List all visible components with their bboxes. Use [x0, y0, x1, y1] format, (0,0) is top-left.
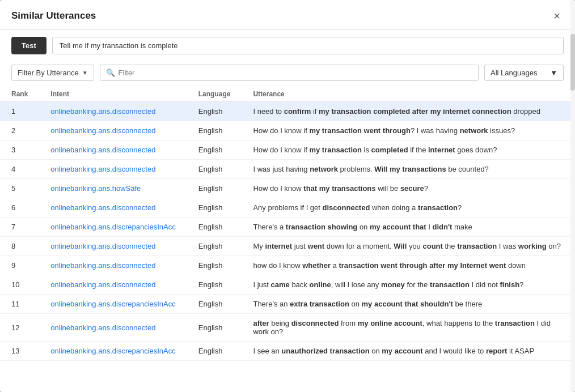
filter-by-utterance-label: Filter By Utterance: [18, 69, 79, 77]
intent-cell: onlinebanking.ans.disconnected: [39, 314, 187, 342]
all-languages-dropdown[interactable]: All Languages ▼: [484, 65, 564, 81]
filter-dropdown-arrow-icon: ▼: [82, 70, 88, 76]
utterance-cell: How do I know if my transaction went thr…: [242, 121, 575, 140]
intent-link[interactable]: onlinebanking.ans.disconnected: [50, 126, 155, 135]
rank-cell: 6: [0, 198, 39, 218]
intent-cell: onlinebanking.ans.disconnected: [39, 275, 187, 295]
filters-row: Filter By Utterance ▼ 🔍 All Languages ▼: [0, 61, 575, 87]
table-row: 10onlinebanking.ans.disconnectedEnglishI…: [0, 275, 575, 295]
search-icon: 🔍: [106, 69, 115, 77]
utterance-cell: How do I know if my transaction is compl…: [242, 140, 575, 160]
col-rank: Rank: [0, 87, 39, 102]
table-row: 8onlinebanking.ans.disconnectedEnglishMy…: [0, 237, 575, 256]
intent-link[interactable]: onlinebanking.ans.discrepanciesInAcc: [50, 347, 175, 355]
table-row: 12onlinebanking.ans.disconnectedEnglisha…: [0, 314, 575, 342]
utterances-table-wrap: Rank Intent Language Utterance 1onlineba…: [0, 87, 575, 361]
table-row: 3onlinebanking.ans.disconnectedEnglishHo…: [0, 140, 575, 160]
scrollbar-track: [570, 0, 575, 392]
language-cell: English: [187, 198, 242, 218]
intent-cell: onlinebanking.ans.disconnected: [39, 237, 187, 256]
intent-link[interactable]: onlinebanking.ans.disconnected: [50, 146, 155, 154]
utterance-cell: after being disconnected from my online …: [242, 314, 575, 342]
language-cell: English: [187, 102, 242, 121]
intent-link[interactable]: onlinebanking.ans.disconnected: [50, 323, 155, 332]
utterance-cell: I see an unauthorized transaction on my …: [242, 342, 575, 361]
intent-cell: onlinebanking.ans.disconnected: [39, 140, 187, 160]
utterance-cell: how do I know whether a transaction went…: [242, 256, 575, 275]
language-cell: English: [187, 256, 242, 275]
intent-cell: onlinebanking.ans.disconnected: [39, 160, 187, 179]
table-row: 7onlinebanking.ans.discrepanciesInAccEng…: [0, 218, 575, 237]
test-button[interactable]: Test: [11, 37, 46, 54]
intent-cell: onlinebanking.ans.disconnected: [39, 102, 187, 121]
rank-cell: 12: [0, 314, 39, 342]
table-row: 2onlinebanking.ans.disconnectedEnglishHo…: [0, 121, 575, 140]
col-intent: Intent: [39, 87, 187, 102]
rank-cell: 9: [0, 256, 39, 275]
intent-cell: onlinebanking.ans.disconnected: [39, 256, 187, 275]
scrollbar-thumb[interactable]: [570, 34, 575, 91]
rank-cell: 8: [0, 237, 39, 256]
language-cell: English: [187, 295, 242, 314]
language-cell: English: [187, 342, 242, 361]
rank-cell: 11: [0, 295, 39, 314]
utterance-search-input[interactable]: [52, 37, 564, 54]
table-body: 1onlinebanking.ans.disconnectedEnglishI …: [0, 102, 575, 361]
filter-input[interactable]: [119, 69, 472, 77]
utterance-cell: I just came back online, will I lose any…: [242, 275, 575, 295]
intent-cell: onlinebanking.ans.disconnected: [39, 121, 187, 140]
table-header: Rank Intent Language Utterance: [0, 87, 575, 102]
rank-cell: 7: [0, 218, 39, 237]
intent-link[interactable]: onlinebanking.ans.disconnected: [50, 203, 155, 212]
modal-title: Similar Utterances: [11, 10, 96, 22]
intent-link[interactable]: onlinebanking.ans.disconnected: [50, 261, 155, 270]
intent-link[interactable]: onlinebanking.ans.disconnected: [50, 165, 155, 173]
close-button[interactable]: ×: [550, 9, 564, 23]
intent-link[interactable]: onlinebanking.ans.howSafe: [50, 184, 141, 193]
utterance-cell: I was just having network problems. Will…: [242, 160, 575, 179]
utterance-cell: Any problems if I get disconnected when …: [242, 198, 575, 218]
lang-dropdown-arrow-icon: ▼: [550, 69, 557, 77]
language-cell: English: [187, 121, 242, 140]
intent-cell: onlinebanking.ans.howSafe: [39, 179, 187, 198]
intent-link[interactable]: onlinebanking.ans.discrepanciesInAcc: [50, 223, 175, 231]
language-cell: English: [187, 179, 242, 198]
all-languages-label: All Languages: [491, 69, 537, 77]
similar-utterances-modal: Similar Utterances × Test Filter By Utte…: [0, 0, 575, 392]
language-cell: English: [187, 314, 242, 342]
intent-link[interactable]: onlinebanking.ans.disconnected: [50, 242, 155, 250]
language-cell: English: [187, 237, 242, 256]
rank-cell: 13: [0, 342, 39, 361]
utterances-table: Rank Intent Language Utterance 1onlineba…: [0, 87, 575, 361]
rank-cell: 10: [0, 275, 39, 295]
intent-link[interactable]: onlinebanking.ans.discrepanciesInAcc: [50, 300, 175, 308]
table-row: 4onlinebanking.ans.disconnectedEnglishI …: [0, 160, 575, 179]
utterance-cell: There's a transaction showing on my acco…: [242, 218, 575, 237]
intent-link[interactable]: onlinebanking.ans.disconnected: [50, 280, 155, 289]
table-row: 1onlinebanking.ans.disconnectedEnglishI …: [0, 102, 575, 121]
intent-cell: onlinebanking.ans.disconnected: [39, 198, 187, 218]
table-row: 6onlinebanking.ans.disconnectedEnglishAn…: [0, 198, 575, 218]
utterance-cell: There's an extra transaction on my accou…: [242, 295, 575, 314]
intent-cell: onlinebanking.ans.discrepanciesInAcc: [39, 218, 187, 237]
table-row: 5onlinebanking.ans.howSafeEnglishHow do …: [0, 179, 575, 198]
col-language: Language: [187, 87, 242, 102]
rank-cell: 4: [0, 160, 39, 179]
toolbar: Test: [0, 30, 575, 61]
rank-cell: 1: [0, 102, 39, 121]
intent-link[interactable]: onlinebanking.ans.disconnected: [50, 107, 155, 116]
language-cell: English: [187, 275, 242, 295]
intent-cell: onlinebanking.ans.discrepanciesInAcc: [39, 295, 187, 314]
utterance-cell: My internet just went down for a moment.…: [242, 237, 575, 256]
filter-search-wrap: 🔍: [100, 65, 479, 81]
language-cell: English: [187, 218, 242, 237]
rank-cell: 3: [0, 140, 39, 160]
table-row: 11onlinebanking.ans.discrepanciesInAccEn…: [0, 295, 575, 314]
rank-cell: 5: [0, 179, 39, 198]
intent-cell: onlinebanking.ans.discrepanciesInAcc: [39, 342, 187, 361]
rank-cell: 2: [0, 121, 39, 140]
table-row: 13onlinebanking.ans.discrepanciesInAccEn…: [0, 342, 575, 361]
filter-by-utterance-dropdown[interactable]: Filter By Utterance ▼: [11, 65, 94, 81]
utterance-cell: How do I know that my transactions will …: [242, 179, 575, 198]
col-utterance: Utterance: [242, 87, 575, 102]
